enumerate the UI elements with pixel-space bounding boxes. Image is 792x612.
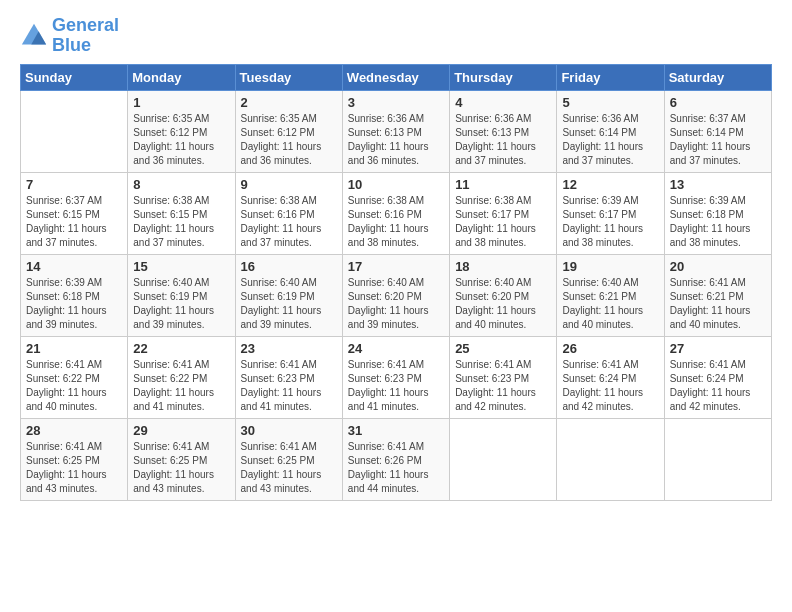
day-info: Sunrise: 6:41 AM Sunset: 6:24 PM Dayligh… (670, 358, 766, 414)
day-cell: 18Sunrise: 6:40 AM Sunset: 6:20 PM Dayli… (450, 254, 557, 336)
day-number: 9 (241, 177, 337, 192)
day-number: 30 (241, 423, 337, 438)
day-info: Sunrise: 6:40 AM Sunset: 6:21 PM Dayligh… (562, 276, 658, 332)
day-number: 12 (562, 177, 658, 192)
day-cell: 27Sunrise: 6:41 AM Sunset: 6:24 PM Dayli… (664, 336, 771, 418)
day-number: 19 (562, 259, 658, 274)
day-cell: 6Sunrise: 6:37 AM Sunset: 6:14 PM Daylig… (664, 90, 771, 172)
day-info: Sunrise: 6:39 AM Sunset: 6:18 PM Dayligh… (26, 276, 122, 332)
day-info: Sunrise: 6:41 AM Sunset: 6:24 PM Dayligh… (562, 358, 658, 414)
day-cell: 31Sunrise: 6:41 AM Sunset: 6:26 PM Dayli… (342, 418, 449, 500)
calendar-header-row: SundayMondayTuesdayWednesdayThursdayFrid… (21, 64, 772, 90)
day-number: 20 (670, 259, 766, 274)
day-number: 16 (241, 259, 337, 274)
day-number: 1 (133, 95, 229, 110)
day-cell (557, 418, 664, 500)
day-cell: 11Sunrise: 6:38 AM Sunset: 6:17 PM Dayli… (450, 172, 557, 254)
day-number: 7 (26, 177, 122, 192)
day-info: Sunrise: 6:37 AM Sunset: 6:15 PM Dayligh… (26, 194, 122, 250)
day-number: 24 (348, 341, 444, 356)
day-info: Sunrise: 6:41 AM Sunset: 6:23 PM Dayligh… (241, 358, 337, 414)
day-info: Sunrise: 6:38 AM Sunset: 6:17 PM Dayligh… (455, 194, 551, 250)
header-friday: Friday (557, 64, 664, 90)
day-number: 6 (670, 95, 766, 110)
logo-text: General Blue (52, 16, 119, 56)
header: General Blue (20, 16, 772, 56)
day-cell: 5Sunrise: 6:36 AM Sunset: 6:14 PM Daylig… (557, 90, 664, 172)
week-row-1: 1Sunrise: 6:35 AM Sunset: 6:12 PM Daylig… (21, 90, 772, 172)
day-number: 5 (562, 95, 658, 110)
week-row-5: 28Sunrise: 6:41 AM Sunset: 6:25 PM Dayli… (21, 418, 772, 500)
day-number: 23 (241, 341, 337, 356)
day-info: Sunrise: 6:41 AM Sunset: 6:22 PM Dayligh… (133, 358, 229, 414)
day-info: Sunrise: 6:41 AM Sunset: 6:25 PM Dayligh… (241, 440, 337, 496)
day-info: Sunrise: 6:40 AM Sunset: 6:20 PM Dayligh… (455, 276, 551, 332)
day-cell (450, 418, 557, 500)
day-cell (21, 90, 128, 172)
day-number: 25 (455, 341, 551, 356)
header-monday: Monday (128, 64, 235, 90)
day-info: Sunrise: 6:40 AM Sunset: 6:20 PM Dayligh… (348, 276, 444, 332)
day-cell: 30Sunrise: 6:41 AM Sunset: 6:25 PM Dayli… (235, 418, 342, 500)
day-info: Sunrise: 6:40 AM Sunset: 6:19 PM Dayligh… (133, 276, 229, 332)
day-number: 26 (562, 341, 658, 356)
day-info: Sunrise: 6:36 AM Sunset: 6:14 PM Dayligh… (562, 112, 658, 168)
day-cell: 24Sunrise: 6:41 AM Sunset: 6:23 PM Dayli… (342, 336, 449, 418)
day-number: 11 (455, 177, 551, 192)
day-number: 4 (455, 95, 551, 110)
calendar-table: SundayMondayTuesdayWednesdayThursdayFrid… (20, 64, 772, 501)
day-info: Sunrise: 6:38 AM Sunset: 6:16 PM Dayligh… (348, 194, 444, 250)
day-info: Sunrise: 6:36 AM Sunset: 6:13 PM Dayligh… (348, 112, 444, 168)
day-number: 29 (133, 423, 229, 438)
day-number: 13 (670, 177, 766, 192)
day-cell: 20Sunrise: 6:41 AM Sunset: 6:21 PM Dayli… (664, 254, 771, 336)
day-info: Sunrise: 6:35 AM Sunset: 6:12 PM Dayligh… (133, 112, 229, 168)
day-cell: 12Sunrise: 6:39 AM Sunset: 6:17 PM Dayli… (557, 172, 664, 254)
day-cell: 22Sunrise: 6:41 AM Sunset: 6:22 PM Dayli… (128, 336, 235, 418)
day-cell: 1Sunrise: 6:35 AM Sunset: 6:12 PM Daylig… (128, 90, 235, 172)
day-info: Sunrise: 6:41 AM Sunset: 6:22 PM Dayligh… (26, 358, 122, 414)
week-row-2: 7Sunrise: 6:37 AM Sunset: 6:15 PM Daylig… (21, 172, 772, 254)
day-info: Sunrise: 6:41 AM Sunset: 6:23 PM Dayligh… (455, 358, 551, 414)
day-cell: 19Sunrise: 6:40 AM Sunset: 6:21 PM Dayli… (557, 254, 664, 336)
day-number: 31 (348, 423, 444, 438)
day-cell: 29Sunrise: 6:41 AM Sunset: 6:25 PM Dayli… (128, 418, 235, 500)
day-cell: 3Sunrise: 6:36 AM Sunset: 6:13 PM Daylig… (342, 90, 449, 172)
day-cell: 16Sunrise: 6:40 AM Sunset: 6:19 PM Dayli… (235, 254, 342, 336)
header-sunday: Sunday (21, 64, 128, 90)
week-row-4: 21Sunrise: 6:41 AM Sunset: 6:22 PM Dayli… (21, 336, 772, 418)
day-info: Sunrise: 6:38 AM Sunset: 6:16 PM Dayligh… (241, 194, 337, 250)
header-thursday: Thursday (450, 64, 557, 90)
day-number: 3 (348, 95, 444, 110)
page-container: General Blue SundayMondayTuesdayWednesda… (0, 0, 792, 511)
week-row-3: 14Sunrise: 6:39 AM Sunset: 6:18 PM Dayli… (21, 254, 772, 336)
day-cell: 8Sunrise: 6:38 AM Sunset: 6:15 PM Daylig… (128, 172, 235, 254)
day-cell (664, 418, 771, 500)
day-number: 8 (133, 177, 229, 192)
day-number: 15 (133, 259, 229, 274)
day-number: 18 (455, 259, 551, 274)
day-info: Sunrise: 6:36 AM Sunset: 6:13 PM Dayligh… (455, 112, 551, 168)
day-cell: 7Sunrise: 6:37 AM Sunset: 6:15 PM Daylig… (21, 172, 128, 254)
header-tuesday: Tuesday (235, 64, 342, 90)
header-saturday: Saturday (664, 64, 771, 90)
logo: General Blue (20, 16, 119, 56)
day-number: 21 (26, 341, 122, 356)
day-cell: 14Sunrise: 6:39 AM Sunset: 6:18 PM Dayli… (21, 254, 128, 336)
day-number: 28 (26, 423, 122, 438)
day-number: 2 (241, 95, 337, 110)
day-info: Sunrise: 6:39 AM Sunset: 6:17 PM Dayligh… (562, 194, 658, 250)
day-cell: 28Sunrise: 6:41 AM Sunset: 6:25 PM Dayli… (21, 418, 128, 500)
logo-icon (20, 22, 48, 50)
day-cell: 9Sunrise: 6:38 AM Sunset: 6:16 PM Daylig… (235, 172, 342, 254)
day-info: Sunrise: 6:35 AM Sunset: 6:12 PM Dayligh… (241, 112, 337, 168)
day-cell: 23Sunrise: 6:41 AM Sunset: 6:23 PM Dayli… (235, 336, 342, 418)
day-cell: 4Sunrise: 6:36 AM Sunset: 6:13 PM Daylig… (450, 90, 557, 172)
day-cell: 13Sunrise: 6:39 AM Sunset: 6:18 PM Dayli… (664, 172, 771, 254)
day-cell: 21Sunrise: 6:41 AM Sunset: 6:22 PM Dayli… (21, 336, 128, 418)
day-number: 27 (670, 341, 766, 356)
day-info: Sunrise: 6:38 AM Sunset: 6:15 PM Dayligh… (133, 194, 229, 250)
day-cell: 26Sunrise: 6:41 AM Sunset: 6:24 PM Dayli… (557, 336, 664, 418)
day-info: Sunrise: 6:41 AM Sunset: 6:23 PM Dayligh… (348, 358, 444, 414)
day-info: Sunrise: 6:41 AM Sunset: 6:25 PM Dayligh… (26, 440, 122, 496)
